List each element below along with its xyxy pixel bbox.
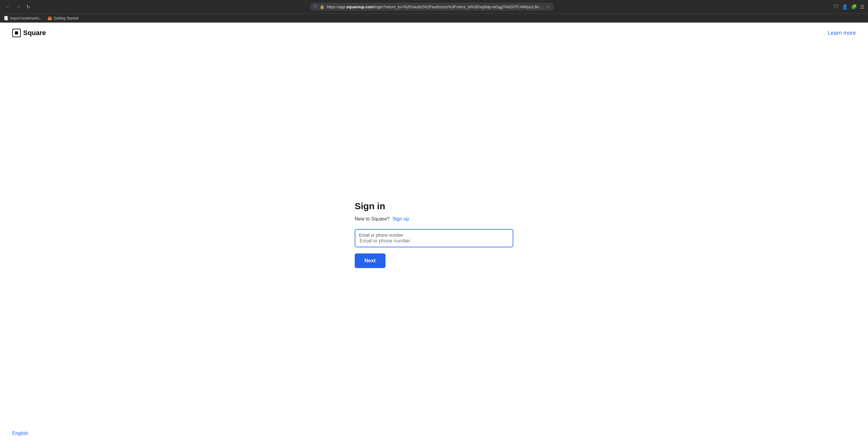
profile-icon[interactable]: 👤 [842, 4, 848, 10]
address-bar-icons: 🛡 🔒 [313, 4, 324, 9]
browser-toolbar-right: 🛡 👤 🧩 ☰ [834, 4, 864, 10]
signup-link[interactable]: Sign up [393, 216, 409, 221]
address-text: https://app.squareup.com/login?return_to… [327, 5, 544, 9]
bookmark-import-icon: 📑 [4, 16, 8, 21]
page-wrapper: Square Learn more Sign in New to Square?… [0, 23, 868, 441]
email-input[interactable] [355, 229, 513, 247]
language-link[interactable]: English [12, 431, 28, 436]
lock-icon: 🔒 [320, 5, 324, 9]
firefox-icon: 🦊 [47, 16, 52, 21]
learn-more-link[interactable]: Learn more [828, 30, 856, 36]
next-button[interactable]: Next [355, 253, 385, 268]
forward-button[interactable]: → [14, 3, 23, 11]
bookmark-getting-started[interactable]: 🦊 Getting Started [47, 16, 79, 21]
sign-in-title: Sign in [355, 201, 513, 211]
bookmarks-bar: 📑 Import bookmarks... 🦊 Getting Started [0, 13, 868, 23]
logo-square-icon [12, 29, 21, 37]
sign-in-subtitle: New to Square? Sign up [355, 216, 513, 222]
refresh-button[interactable]: ↻ [24, 3, 32, 11]
logo[interactable]: Square [12, 29, 46, 37]
logo-square-inner [15, 31, 18, 34]
main-content: Sign in New to Square? Sign up Email or … [0, 43, 868, 426]
sign-in-card: Sign in New to Square? Sign up Email or … [355, 195, 513, 274]
browser-chrome: ← → ↻ 🛡 🔒 https://app.squareup.com/login… [0, 0, 868, 13]
extensions-icon[interactable]: 🧩 [851, 4, 857, 10]
logo-text: Square [23, 29, 46, 37]
site-header: Square Learn more [0, 23, 868, 43]
site-footer: English [0, 426, 868, 441]
menu-icon[interactable]: ☰ [860, 4, 864, 10]
nav-buttons: ← → ↻ [4, 3, 32, 11]
shield-icon: 🛡 [313, 4, 318, 9]
back-button[interactable]: ← [4, 3, 12, 11]
new-to-square-text: New to Square? [355, 216, 390, 221]
shield-toolbar-icon[interactable]: 🛡 [834, 4, 839, 9]
bookmark-getting-started-label: Getting Started [54, 16, 79, 21]
bookmark-star-icon[interactable]: ☆ [546, 4, 550, 9]
bookmark-import[interactable]: 📑 Import bookmarks... [4, 16, 42, 21]
bookmark-import-label: Import bookmarks... [10, 16, 42, 21]
address-bar[interactable]: 🛡 🔒 https://app.squareup.com/login?retur… [310, 3, 554, 11]
email-input-group: Email or phone number [355, 229, 513, 247]
